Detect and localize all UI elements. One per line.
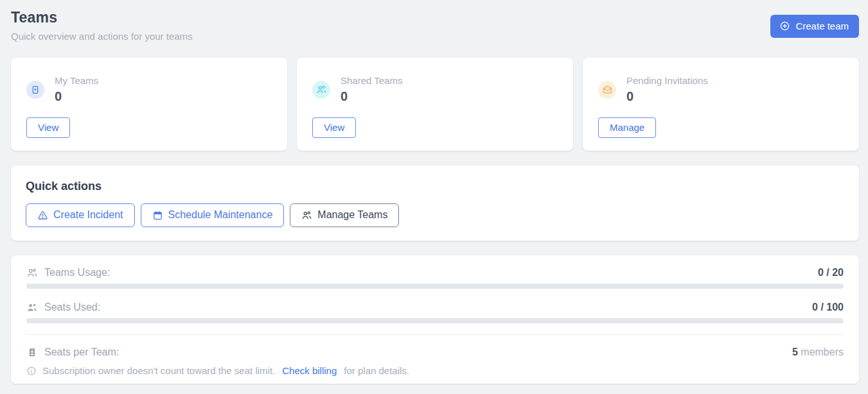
stat-top: My Teams 0 <box>26 75 272 104</box>
seats-per-team-number: 5 <box>792 347 798 357</box>
check-billing-link[interactable]: Check billing <box>282 365 337 376</box>
seats-per-team-label: Seats per Team: <box>44 347 119 358</box>
stat-label: Pending Invitations <box>626 75 708 86</box>
create-team-button[interactable]: Create team <box>770 15 859 38</box>
seats-used-value: 0 / 100 <box>812 302 844 313</box>
manage-teams-button[interactable]: Manage Teams <box>290 203 399 227</box>
teams-usage-row: Teams Usage: 0 / 20 <box>26 266 844 280</box>
page-title: Teams <box>11 9 193 26</box>
stat-card-shared-teams: Shared Teams 0 View <box>297 58 573 151</box>
seats-used-progress-bar <box>26 318 844 323</box>
stat-text: Pending Invitations 0 <box>626 75 708 104</box>
users-icon <box>312 81 330 99</box>
stat-label: My Teams <box>55 75 98 86</box>
seats-per-team-suffix: members <box>801 347 844 357</box>
stat-card-my-teams: My Teams 0 View <box>11 58 287 151</box>
manage-invitations-button[interactable]: Manage <box>598 117 656 138</box>
id-badge-filled-icon <box>26 347 38 358</box>
create-team-label: Create team <box>795 21 849 31</box>
page-header: Teams Quick overview and actions for you… <box>11 9 859 42</box>
quick-actions-card: Quick actions Create Incident Schedule M… <box>11 166 859 241</box>
stat-text: My Teams 0 <box>55 75 98 104</box>
quick-actions-buttons: Create Incident Schedule Maintenance Man… <box>26 203 844 227</box>
view-my-teams-button[interactable]: View <box>26 117 70 138</box>
info-circle-icon <box>26 366 37 376</box>
create-incident-label: Create Incident <box>53 209 123 221</box>
note-text: Subscription owner doesn't count toward … <box>42 365 275 376</box>
warning-triangle-icon <box>37 210 48 221</box>
users-icon <box>301 210 312 221</box>
stats-row: My Teams 0 View Shared Teams 0 View <box>11 58 859 151</box>
quick-actions-title: Quick actions <box>26 180 844 193</box>
usage-divider <box>26 334 844 335</box>
users-outline-icon <box>26 267 38 278</box>
id-badge-icon <box>26 81 44 99</box>
page-subtitle: Quick overview and actions for your team… <box>11 31 193 42</box>
stat-top: Pending Invitations 0 <box>598 75 844 104</box>
calendar-icon <box>152 210 163 221</box>
seats-used-label-group: Seats Used: <box>26 302 100 313</box>
view-shared-teams-button[interactable]: View <box>312 117 356 138</box>
stat-value: 0 <box>626 89 708 104</box>
note-suffix: for plan details. <box>344 365 409 376</box>
stat-text: Shared Teams 0 <box>341 75 402 104</box>
seats-per-team-row: Seats per Team: 5 members <box>26 345 844 359</box>
stat-top: Shared Teams 0 <box>312 75 558 104</box>
stat-value: 0 <box>341 89 402 104</box>
stat-label: Shared Teams <box>341 75 402 86</box>
stat-value: 0 <box>55 89 98 104</box>
plus-circle-icon <box>779 21 790 31</box>
usage-card: Teams Usage: 0 / 20 Seats Used: 0 / 100 <box>11 255 859 384</box>
stat-card-pending-invitations: Pending Invitations 0 Manage <box>583 58 859 151</box>
teams-usage-label: Teams Usage: <box>44 267 110 278</box>
manage-teams-label: Manage Teams <box>317 209 387 221</box>
users-filled-icon <box>26 302 38 313</box>
teams-page: Teams Quick overview and actions for you… <box>0 0 868 384</box>
teams-usage-value: 0 / 20 <box>818 267 844 278</box>
seat-limit-note: Subscription owner doesn't count toward … <box>26 365 844 376</box>
seats-used-label: Seats Used: <box>44 302 100 313</box>
seats-per-team-label-group: Seats per Team: <box>26 347 119 358</box>
schedule-maintenance-label: Schedule Maintenance <box>168 209 273 221</box>
seats-per-team-value: 5 members <box>792 347 844 358</box>
mail-open-icon <box>598 81 616 99</box>
schedule-maintenance-button[interactable]: Schedule Maintenance <box>141 203 285 227</box>
teams-usage-label-group: Teams Usage: <box>26 267 110 278</box>
create-incident-button[interactable]: Create Incident <box>26 203 135 227</box>
page-header-text: Teams Quick overview and actions for you… <box>11 9 193 42</box>
teams-usage-progress-bar <box>26 284 844 289</box>
seats-used-row: Seats Used: 0 / 100 <box>26 300 844 314</box>
